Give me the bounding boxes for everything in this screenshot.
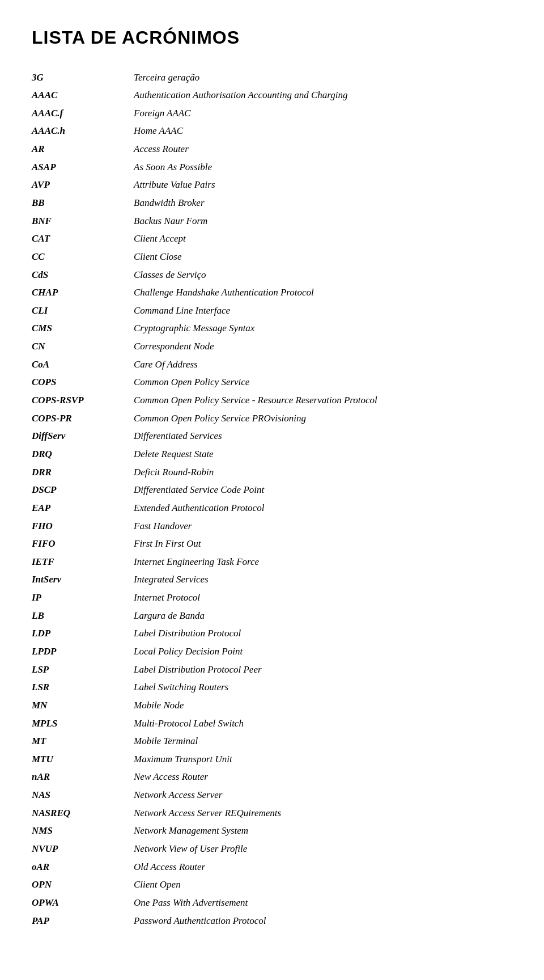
acronym-abbreviation: CHAP bbox=[32, 284, 134, 302]
list-item: nARNew Access Router bbox=[32, 768, 512, 787]
list-item: LSRLabel Switching Routers bbox=[32, 679, 512, 697]
acronym-abbreviation: CN bbox=[32, 338, 134, 356]
acronym-abbreviation: CAT bbox=[32, 230, 134, 248]
acronym-definition: Common Open Policy Service bbox=[134, 374, 512, 392]
acronym-list: 3GTerceira geraçãoAAACAuthentication Aut… bbox=[32, 69, 512, 930]
list-item: MPLSMulti-Protocol Label Switch bbox=[32, 715, 512, 733]
acronym-abbreviation: CoA bbox=[32, 356, 134, 374]
list-item: CNCorrespondent Node bbox=[32, 338, 512, 356]
acronym-abbreviation: nAR bbox=[32, 768, 134, 787]
acronym-abbreviation: IP bbox=[32, 589, 134, 607]
list-item: LSPLabel Distribution Protocol Peer bbox=[32, 661, 512, 679]
acronym-definition: Client Open bbox=[134, 876, 512, 894]
list-item: CoACare Of Address bbox=[32, 356, 512, 374]
list-item: NVUPNetwork View of User Profile bbox=[32, 840, 512, 859]
list-item: MTMobile Terminal bbox=[32, 733, 512, 751]
list-item: LPDPLocal Policy Decision Point bbox=[32, 643, 512, 661]
acronym-definition: Multi-Protocol Label Switch bbox=[134, 715, 512, 733]
list-item: CHAPChallenge Handshake Authentication P… bbox=[32, 284, 512, 302]
list-item: AAACAuthentication Authorisation Account… bbox=[32, 87, 512, 105]
acronym-abbreviation: BNF bbox=[32, 212, 134, 230]
acronym-definition: Mobile Terminal bbox=[134, 733, 512, 751]
list-item: IPInternet Protocol bbox=[32, 589, 512, 607]
list-item: AAAC.hHome AAAC bbox=[32, 122, 512, 141]
list-item: COPSCommon Open Policy Service bbox=[32, 374, 512, 392]
acronym-abbreviation: AAAC.h bbox=[32, 122, 134, 141]
list-item: LBLargura de Banda bbox=[32, 607, 512, 625]
list-item: MTUMaximum Transport Unit bbox=[32, 750, 512, 768]
list-item: DRRDeficit Round-Robin bbox=[32, 463, 512, 481]
acronym-abbreviation: EAP bbox=[32, 499, 134, 517]
page-title: LISTA DE ACRÓNIMOS bbox=[32, 27, 512, 48]
list-item: ASAPAs Soon As Possible bbox=[32, 158, 512, 176]
acronym-abbreviation: AAAC.f bbox=[32, 104, 134, 122]
acronym-abbreviation: oAR bbox=[32, 858, 134, 876]
acronym-definition: Care Of Address bbox=[134, 356, 512, 374]
acronym-abbreviation: NMS bbox=[32, 822, 134, 840]
acronym-abbreviation: LSP bbox=[32, 661, 134, 679]
list-item: AAAC.fForeign AAAC bbox=[32, 104, 512, 122]
acronym-definition: Client Accept bbox=[134, 230, 512, 248]
list-item: ARAccess Router bbox=[32, 141, 512, 159]
list-item: CdSClasses de Serviço bbox=[32, 266, 512, 284]
acronym-definition: Authentication Authorisation Accounting … bbox=[134, 87, 512, 105]
acronym-abbreviation: CC bbox=[32, 248, 134, 266]
acronym-abbreviation: 3G bbox=[32, 69, 134, 87]
acronym-definition: Maximum Transport Unit bbox=[134, 750, 512, 768]
acronym-definition: Foreign AAAC bbox=[134, 104, 512, 122]
list-item: PAPPassword Authentication Protocol bbox=[32, 912, 512, 930]
acronym-abbreviation: MTU bbox=[32, 750, 134, 768]
acronym-definition: Internet Engineering Task Force bbox=[134, 553, 512, 571]
acronym-abbreviation: CLI bbox=[32, 302, 134, 320]
list-item: NASNetwork Access Server bbox=[32, 787, 512, 805]
acronym-abbreviation: DSCP bbox=[32, 481, 134, 500]
acronym-definition: Largura de Banda bbox=[134, 607, 512, 625]
acronym-abbreviation: DRQ bbox=[32, 445, 134, 463]
list-item: FIFOFirst In First Out bbox=[32, 535, 512, 554]
acronym-abbreviation: IntServ bbox=[32, 571, 134, 589]
acronym-abbreviation: ASAP bbox=[32, 158, 134, 176]
list-item: DSCPDifferentiated Service Code Point bbox=[32, 481, 512, 500]
acronym-definition: Internet Protocol bbox=[134, 589, 512, 607]
acronym-definition: Differentiated Services bbox=[134, 428, 512, 446]
acronym-abbreviation: LB bbox=[32, 607, 134, 625]
acronym-definition: Command Line Interface bbox=[134, 302, 512, 320]
acronym-abbreviation: IETF bbox=[32, 553, 134, 571]
acronym-definition: Bandwidth Broker bbox=[134, 194, 512, 212]
acronym-definition: First In First Out bbox=[134, 535, 512, 554]
acronym-abbreviation: LPDP bbox=[32, 643, 134, 661]
acronym-definition: Extended Authentication Protocol bbox=[134, 499, 512, 517]
acronym-definition: Mobile Node bbox=[134, 696, 512, 715]
acronym-abbreviation: NAS bbox=[32, 787, 134, 805]
acronym-definition: Cryptographic Message Syntax bbox=[134, 320, 512, 338]
list-item: CLICommand Line Interface bbox=[32, 302, 512, 320]
acronym-abbreviation: BB bbox=[32, 194, 134, 212]
acronym-abbreviation: NASREQ bbox=[32, 804, 134, 822]
list-item: FHOFast Handover bbox=[32, 517, 512, 535]
list-item: AVPAttribute Value Pairs bbox=[32, 176, 512, 195]
acronym-abbreviation: MT bbox=[32, 733, 134, 751]
list-item: CMSCryptographic Message Syntax bbox=[32, 320, 512, 338]
acronym-abbreviation: AAAC bbox=[32, 87, 134, 105]
list-item: NASREQNetwork Access Server REQuirements bbox=[32, 804, 512, 822]
acronym-abbreviation: MPLS bbox=[32, 715, 134, 733]
acronym-definition: Client Close bbox=[134, 248, 512, 266]
acronym-definition: Local Policy Decision Point bbox=[134, 643, 512, 661]
acronym-definition: Deficit Round-Robin bbox=[134, 463, 512, 481]
acronym-definition: Password Authentication Protocol bbox=[134, 912, 512, 930]
acronym-definition: Challenge Handshake Authentication Proto… bbox=[134, 284, 512, 302]
list-item: OPNClient Open bbox=[32, 876, 512, 894]
acronym-abbreviation: CMS bbox=[32, 320, 134, 338]
acronym-definition: Common Open Policy Service - Resource Re… bbox=[134, 392, 512, 410]
acronym-abbreviation: FHO bbox=[32, 517, 134, 535]
list-item: LDPLabel Distribution Protocol bbox=[32, 625, 512, 643]
list-item: IntServIntegrated Services bbox=[32, 571, 512, 589]
acronym-definition: Backus Naur Form bbox=[134, 212, 512, 230]
acronym-abbreviation: LDP bbox=[32, 625, 134, 643]
acronym-definition: Attribute Value Pairs bbox=[134, 176, 512, 195]
acronym-abbreviation: MN bbox=[32, 696, 134, 715]
acronym-abbreviation: OPN bbox=[32, 876, 134, 894]
acronym-definition: Network Access Server bbox=[134, 787, 512, 805]
acronym-definition: Label Distribution Protocol bbox=[134, 625, 512, 643]
list-item: oAROld Access Router bbox=[32, 858, 512, 876]
